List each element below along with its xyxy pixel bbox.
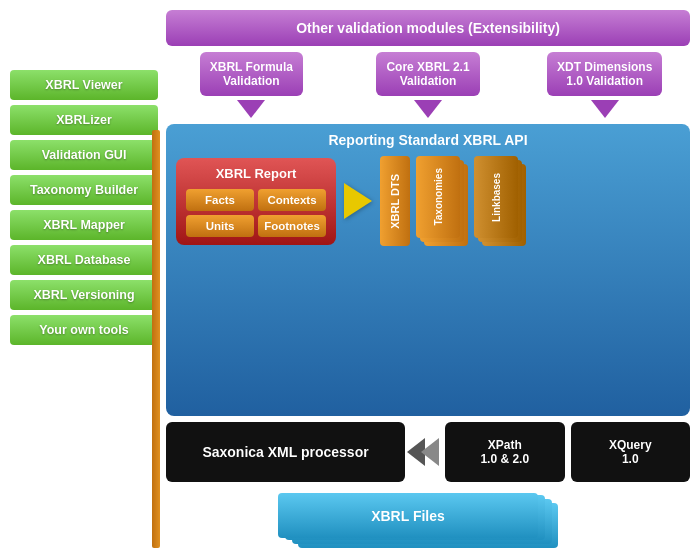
- file-page-4: XBRL Files: [278, 493, 538, 538]
- sidebar-item-your-own-tools[interactable]: Your own tools: [10, 315, 158, 345]
- sidebar-item-xbrl-database[interactable]: XBRL Database: [10, 245, 158, 275]
- sidebar-item-validation-gui[interactable]: Validation GUI: [10, 140, 158, 170]
- reporting-title: Reporting Standard XBRL API: [176, 132, 680, 148]
- linkbases-stack: Linkbases: [474, 156, 526, 246]
- arrow-down-xdt: [591, 100, 619, 118]
- report-cell-contexts: Contexts: [258, 189, 326, 211]
- arrow-down-formula: [237, 100, 265, 118]
- main-container: XBRL Viewer XBRLizer Validation GUI Taxo…: [0, 0, 700, 558]
- validation-box-xdt: XDT Dimensions 1.0 Validation: [547, 52, 662, 96]
- report-cell-facts: Facts: [186, 189, 254, 211]
- yellow-arrow-shape: [344, 183, 372, 219]
- dts-area: XBRL DTS Taxonomies: [380, 156, 680, 246]
- xbrl-report-title: XBRL Report: [186, 166, 326, 181]
- xbrl-dts-box: XBRL DTS: [380, 156, 410, 246]
- validation-row: XBRL Formula Validation Core XBRL 2.1 Va…: [166, 52, 690, 118]
- taxonomies-label: Taxonomies: [433, 168, 444, 226]
- files-stack: XBRL Files: [278, 493, 578, 548]
- sidebar-item-xbrl-viewer[interactable]: XBRL Viewer: [10, 70, 158, 100]
- xbrl-report-box: XBRL Report Facts Contexts Units Footnot…: [176, 158, 336, 245]
- files-label: XBRL Files: [371, 508, 445, 524]
- taxonomy-page-3: Taxonomies: [416, 156, 460, 238]
- validation-core: Core XBRL 2.1 Validation: [343, 52, 514, 118]
- linkbases-label: Linkbases: [491, 173, 502, 222]
- xpath-box: XPath 1.0 & 2.0: [445, 422, 565, 482]
- arrow-down-core: [414, 100, 442, 118]
- report-cell-units: Units: [186, 215, 254, 237]
- report-cell-footnotes: Footnotes: [258, 215, 326, 237]
- linkbase-page-3: Linkbases: [474, 156, 518, 238]
- arrow-left-2: [421, 438, 439, 466]
- xbrl-dts-text: XBRL DTS: [389, 174, 401, 229]
- taxonomies-stack: Taxonomies: [416, 156, 468, 246]
- sidebar-item-xbrl-versioning[interactable]: XBRL Versioning: [10, 280, 158, 310]
- sidebar-item-xbrlizer[interactable]: XBRLizer: [10, 105, 158, 135]
- sidebar: XBRL Viewer XBRLizer Validation GUI Taxo…: [10, 70, 158, 548]
- validation-xdt: XDT Dimensions 1.0 Validation: [519, 52, 690, 118]
- left-arrows-container: [411, 422, 439, 482]
- yellow-arrow: [344, 183, 372, 219]
- reporting-box: Reporting Standard XBRL API XBRL Report …: [166, 124, 690, 416]
- validation-box-formula: XBRL Formula Validation: [200, 52, 303, 96]
- report-grid: Facts Contexts Units Footnotes: [186, 189, 326, 237]
- xquery-box: XQuery 1.0: [571, 422, 691, 482]
- processor-box: Saxonica XML processor: [166, 422, 405, 482]
- vertical-divider: [152, 130, 160, 548]
- files-row: XBRL Files: [166, 488, 690, 548]
- validation-box-core: Core XBRL 2.1 Validation: [376, 52, 479, 96]
- sidebar-item-taxonomy-builder[interactable]: Taxonomy Builder: [10, 175, 158, 205]
- reporting-inner: XBRL Report Facts Contexts Units Footnot…: [176, 156, 680, 246]
- sidebar-item-xbrl-mapper[interactable]: XBRL Mapper: [10, 210, 158, 240]
- validation-formula: XBRL Formula Validation: [166, 52, 337, 118]
- processor-row: Saxonica XML processor XPath 1.0 & 2.0 X…: [166, 422, 690, 482]
- right-area: Other validation modules (Extensibility)…: [166, 10, 690, 548]
- other-validation-bar: Other validation modules (Extensibility): [166, 10, 690, 46]
